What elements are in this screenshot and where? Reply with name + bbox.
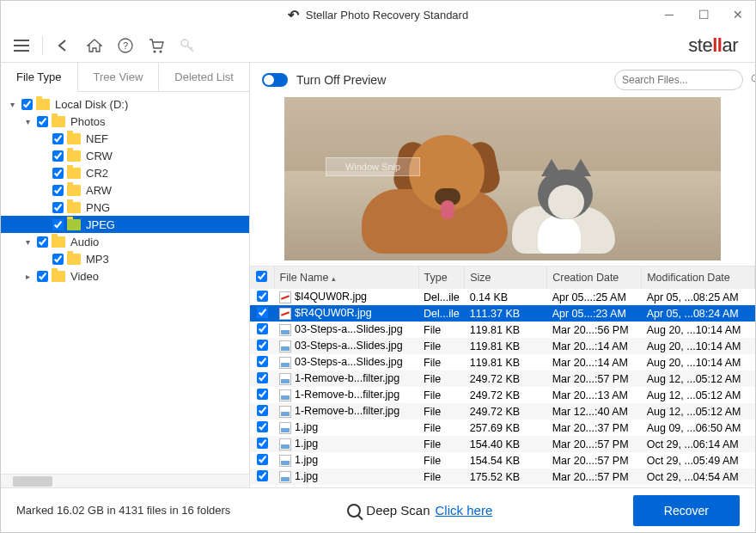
image-file-icon <box>279 422 291 434</box>
preview-image: Window Snip <box>284 97 721 260</box>
table-row[interactable]: 1-Remove-b...filter.jpgFile249.72 KBMar … <box>250 387 755 403</box>
row-checkbox[interactable] <box>257 454 268 465</box>
tree-checkbox[interactable] <box>52 254 64 265</box>
tree-view[interactable]: ▾Local Disk (D:)▾PhotosNEFCRWCR2ARWPNGJP… <box>1 92 249 474</box>
file-table[interactable]: File Name▴ Type Size Creation Date Modif… <box>250 266 755 485</box>
tree-node-arw[interactable]: ARW <box>1 181 249 199</box>
col-creation-date[interactable]: Creation Date <box>547 266 642 289</box>
tree-checkbox[interactable] <box>37 116 48 127</box>
svg-point-3 <box>160 50 162 52</box>
row-checkbox[interactable] <box>257 470 268 481</box>
col-filename[interactable]: File Name▴ <box>274 266 418 289</box>
image-file-icon <box>279 357 291 369</box>
home-button[interactable] <box>81 32 108 59</box>
tree-hscroll[interactable] <box>1 474 249 487</box>
row-checkbox[interactable] <box>257 323 268 334</box>
tree-node-local-disk-d-[interactable]: ▾Local Disk (D:) <box>1 95 249 113</box>
col-modification-date[interactable]: Modification Date <box>642 266 755 289</box>
deep-scan-label: Deep Scan <box>366 503 430 518</box>
row-checkbox[interactable] <box>257 421 268 432</box>
col-type[interactable]: Type <box>418 266 465 289</box>
table-row[interactable]: 1.jpgFile175.52 KBMar 20...:57 PMOct 29,… <box>250 469 755 485</box>
nav-back-button[interactable] <box>50 32 77 59</box>
table-row[interactable]: 03-Steps-a...Slides.jpgFile119.81 KBMar … <box>250 322 755 338</box>
right-panel: Turn Off Preview Window Snip File Name▴ … <box>250 63 755 487</box>
window-title: Stellar Photo Recovery Standard <box>306 9 468 21</box>
tree-node-nef[interactable]: NEF <box>1 130 249 147</box>
tree-checkbox[interactable] <box>52 185 64 196</box>
tree-node-crw[interactable]: CRW <box>1 147 249 164</box>
image-file-icon <box>279 324 291 336</box>
row-checkbox[interactable] <box>257 307 268 318</box>
folder-icon <box>67 254 81 265</box>
table-row[interactable]: 1-Remove-b...filter.jpgFile249.72 KBMar … <box>250 403 755 420</box>
search-input[interactable] <box>622 74 751 86</box>
search-icon[interactable] <box>751 72 756 88</box>
tab-tree-view[interactable]: Tree View <box>78 63 160 91</box>
row-checkbox[interactable] <box>257 340 268 351</box>
preview-toggle[interactable] <box>262 73 288 87</box>
table-row[interactable]: 1.jpgFile257.69 KBMar 20...:37 PMAug 09,… <box>250 420 755 436</box>
image-file-icon <box>279 455 291 467</box>
help-button[interactable]: ? <box>112 32 139 59</box>
deep-scan-link[interactable]: Click here <box>436 503 493 518</box>
col-check[interactable] <box>250 266 274 289</box>
row-checkbox[interactable] <box>257 291 268 302</box>
folder-icon <box>67 133 81 144</box>
tree-label: ARW <box>86 184 112 197</box>
svg-point-5 <box>752 75 756 82</box>
table-row[interactable]: 1-Remove-b...filter.jpgFile249.72 KBMar … <box>250 371 755 387</box>
image-file-icon <box>279 438 291 450</box>
minimize-button[interactable]: ─ <box>652 1 686 28</box>
titlebar: ↶ Stellar Photo Recovery Standard ─ ☐ ✕ <box>1 1 755 28</box>
search-box[interactable] <box>614 70 743 90</box>
key-button[interactable] <box>174 32 201 59</box>
tree-node-audio[interactable]: ▾Audio <box>1 233 249 250</box>
tree-label: NEF <box>86 132 108 145</box>
tree-node-photos[interactable]: ▾Photos <box>1 113 249 130</box>
cart-button[interactable] <box>143 32 170 59</box>
table-row[interactable]: 1.jpgFile154.54 KBMar 20...:57 PMOct 29,… <box>250 452 755 469</box>
tree-node-jpeg[interactable]: JPEG <box>1 216 249 233</box>
tree-checkbox[interactable] <box>21 99 33 110</box>
table-row[interactable]: $I4QUW0R.jpgDel...ile0.14 KBApr 05...:25… <box>250 289 755 305</box>
tree-checkbox[interactable] <box>52 202 64 213</box>
folder-icon <box>52 236 65 248</box>
tree-node-mp3[interactable]: MP3 <box>1 250 249 267</box>
tab-file-type[interactable]: File Type <box>1 63 78 91</box>
table-row[interactable]: $R4QUW0R.jpgDel...ile111.37 KBApr 05...:… <box>250 305 755 322</box>
tree-checkbox[interactable] <box>52 133 64 144</box>
tree-node-video[interactable]: ▸Video <box>1 267 249 285</box>
menu-button[interactable] <box>8 32 35 59</box>
tree-node-cr2[interactable]: CR2 <box>1 164 249 181</box>
row-checkbox[interactable] <box>257 356 268 367</box>
row-checkbox[interactable] <box>257 405 268 416</box>
tree-checkbox[interactable] <box>52 219 64 230</box>
table-row[interactable]: 1.jpgFile154.40 KBMar 20...:57 PMOct 29,… <box>250 436 755 452</box>
tree-label: PNG <box>86 201 110 214</box>
tree-checkbox[interactable] <box>37 271 48 282</box>
folder-icon <box>67 219 81 230</box>
tree-label: JPEG <box>86 218 115 231</box>
tab-deleted-list[interactable]: Deleted List <box>159 63 250 91</box>
tree-node-png[interactable]: PNG <box>1 199 249 216</box>
tree-checkbox[interactable] <box>37 236 48 248</box>
recover-button[interactable]: Recover <box>633 495 740 526</box>
maximize-button[interactable]: ☐ <box>686 1 721 28</box>
file-table-wrap[interactable]: File Name▴ Type Size Creation Date Modif… <box>250 266 755 487</box>
col-size[interactable]: Size <box>465 266 547 289</box>
left-tabs: File TypeTree ViewDeleted List <box>1 63 249 92</box>
table-row[interactable]: 03-Steps-a...Slides.jpgFile119.81 KBMar … <box>250 338 755 354</box>
tree-checkbox[interactable] <box>52 150 64 162</box>
close-button[interactable]: ✕ <box>721 1 755 28</box>
row-checkbox[interactable] <box>257 389 268 400</box>
status-text: Marked 16.02 GB in 4131 files in 16 fold… <box>16 504 230 517</box>
table-row[interactable]: 03-Steps-a...Slides.jpgFile119.81 KBMar … <box>250 354 755 371</box>
tree-checkbox[interactable] <box>52 168 64 179</box>
footer: Marked 16.02 GB in 4131 files in 16 fold… <box>1 487 755 532</box>
back-history-icon[interactable]: ↶ <box>288 7 299 23</box>
row-checkbox[interactable] <box>257 438 268 449</box>
row-checkbox[interactable] <box>257 372 268 383</box>
tree-label: CR2 <box>86 167 108 180</box>
folder-icon <box>67 202 81 213</box>
